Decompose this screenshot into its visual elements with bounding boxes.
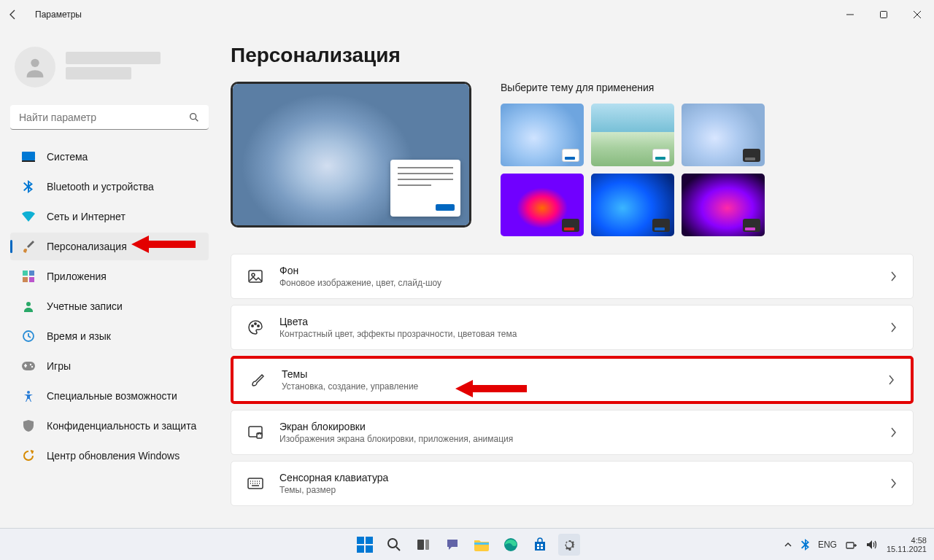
brush-icon bbox=[22, 240, 35, 253]
nav-label: Время и язык bbox=[47, 330, 111, 342]
theme-thumb-2[interactable] bbox=[591, 104, 674, 166]
shield-icon bbox=[22, 419, 35, 432]
chevron-right-icon bbox=[887, 375, 895, 385]
close-button[interactable] bbox=[900, 0, 934, 29]
svg-point-3 bbox=[190, 114, 196, 120]
theme-thumb-5[interactable] bbox=[591, 174, 674, 236]
sidebar-item-privacy[interactable]: Конфиденциальность и защита bbox=[10, 412, 209, 440]
taskbar-explorer[interactable] bbox=[471, 534, 493, 556]
svg-rect-28 bbox=[357, 545, 364, 553]
chevron-right-icon bbox=[889, 427, 897, 438]
maximize-button[interactable] bbox=[867, 0, 900, 29]
tray-chevron-up-icon[interactable] bbox=[784, 541, 792, 548]
svg-rect-39 bbox=[846, 542, 854, 548]
pen-icon bbox=[250, 372, 266, 388]
svg-rect-7 bbox=[29, 271, 34, 276]
svg-point-18 bbox=[252, 325, 253, 327]
svg-rect-35 bbox=[537, 544, 539, 546]
sidebar-item-apps[interactable]: Приложения bbox=[10, 262, 209, 290]
sidebar-item-personalization[interactable]: Персонализация bbox=[10, 233, 209, 260]
theme-thumb-6[interactable] bbox=[682, 174, 765, 236]
taskbar-store[interactable] bbox=[529, 534, 551, 556]
svg-point-30 bbox=[388, 539, 397, 548]
sidebar-item-update[interactable]: Центр обновления Windows bbox=[10, 442, 209, 470]
taskbar-search[interactable] bbox=[383, 534, 405, 556]
card-background[interactable]: ФонФоновое изображение, цвет, слайд-шоу bbox=[231, 254, 914, 299]
card-title: Цвета bbox=[279, 316, 873, 327]
bluetooth-icon bbox=[22, 180, 35, 193]
lockscreen-icon bbox=[247, 424, 263, 440]
card-title: Темы bbox=[282, 368, 871, 380]
theme-grid bbox=[501, 104, 914, 236]
sidebar-item-accessibility[interactable]: Специальные возможности bbox=[10, 382, 209, 410]
sidebar-item-bluetooth[interactable]: Bluetooth и устройства bbox=[10, 173, 209, 201]
svg-rect-36 bbox=[541, 544, 543, 546]
nav-label: Специальные возможности bbox=[47, 390, 177, 402]
nav-label: Система bbox=[47, 151, 88, 163]
svg-point-17 bbox=[252, 273, 255, 276]
display-icon bbox=[22, 150, 35, 163]
tray-bluetooth-icon[interactable] bbox=[801, 539, 809, 551]
svg-point-13 bbox=[30, 364, 31, 365]
svg-rect-12 bbox=[22, 362, 35, 370]
image-icon bbox=[247, 268, 263, 284]
card-title: Фон bbox=[279, 265, 873, 276]
titlebar: Параметры bbox=[0, 0, 934, 29]
taskbar-settings[interactable] bbox=[558, 534, 580, 556]
tray-volume-icon[interactable] bbox=[866, 540, 878, 550]
svg-rect-29 bbox=[366, 545, 373, 553]
account-icon bbox=[22, 300, 35, 313]
card-lockscreen[interactable]: Экран блокировкиИзображения экрана блоки… bbox=[231, 410, 914, 455]
svg-rect-26 bbox=[357, 537, 364, 544]
svg-rect-32 bbox=[425, 540, 429, 550]
chevron-right-icon bbox=[889, 271, 897, 281]
svg-rect-9 bbox=[29, 277, 34, 282]
card-sub: Контрастный цвет, эффекты прозрачности, … bbox=[279, 329, 873, 339]
svg-rect-33 bbox=[474, 542, 489, 545]
taskbar-edge[interactable] bbox=[500, 534, 522, 556]
svg-rect-16 bbox=[249, 271, 262, 282]
svg-rect-1 bbox=[881, 12, 887, 18]
start-button[interactable] bbox=[354, 534, 376, 556]
theme-thumb-3[interactable] bbox=[682, 104, 765, 166]
svg-point-19 bbox=[255, 323, 256, 324]
sidebar-item-gaming[interactable]: Игры bbox=[10, 352, 209, 380]
theme-thumb-4[interactable] bbox=[501, 174, 584, 236]
chevron-right-icon bbox=[889, 322, 897, 332]
card-sub: Изображения экрана блокировки, приложени… bbox=[279, 434, 873, 444]
user-block[interactable] bbox=[15, 47, 204, 88]
sidebar-item-system[interactable]: Система bbox=[10, 143, 209, 171]
sidebar-item-time[interactable]: Время и язык bbox=[10, 322, 209, 350]
sidebar-item-accounts[interactable]: Учетные записи bbox=[10, 292, 209, 320]
nav-label: Игры bbox=[47, 360, 71, 372]
card-title: Экран блокировки bbox=[279, 421, 873, 432]
svg-point-14 bbox=[31, 366, 33, 368]
theme-thumb-1[interactable] bbox=[501, 104, 584, 166]
card-sub: Темы, размер bbox=[279, 485, 873, 495]
back-button[interactable] bbox=[7, 9, 29, 20]
taskbar-chat[interactable] bbox=[441, 534, 463, 556]
chevron-right-icon bbox=[889, 478, 897, 489]
svg-rect-4 bbox=[22, 152, 35, 160]
taskbar-taskview[interactable] bbox=[412, 534, 434, 556]
search-container bbox=[10, 105, 209, 130]
card-themes[interactable]: ТемыУстановка, создание, управление bbox=[231, 356, 914, 404]
svg-rect-5 bbox=[22, 160, 35, 162]
sidebar-item-network[interactable]: Сеть и Интернет bbox=[10, 203, 209, 230]
svg-rect-37 bbox=[537, 547, 539, 549]
search-input[interactable] bbox=[10, 105, 209, 130]
card-colors[interactable]: ЦветаКонтрастный цвет, эффекты прозрачно… bbox=[231, 305, 914, 350]
tray-network-icon[interactable] bbox=[846, 540, 857, 550]
svg-rect-38 bbox=[541, 547, 543, 549]
card-touchkeyboard[interactable]: Сенсорная клавиатураТемы, размер bbox=[231, 461, 914, 506]
minimize-button[interactable] bbox=[833, 0, 867, 29]
accessibility-icon bbox=[22, 389, 35, 402]
svg-point-20 bbox=[258, 325, 259, 327]
svg-point-15 bbox=[27, 391, 30, 394]
avatar bbox=[15, 47, 55, 88]
tray-language[interactable]: ENG bbox=[818, 540, 837, 550]
games-icon bbox=[22, 359, 35, 373]
sidebar: Система Bluetooth и устройства Сеть и Ин… bbox=[0, 29, 219, 528]
tray-clock[interactable]: 4:5815.11.2021 bbox=[887, 536, 927, 553]
svg-rect-8 bbox=[23, 277, 28, 282]
